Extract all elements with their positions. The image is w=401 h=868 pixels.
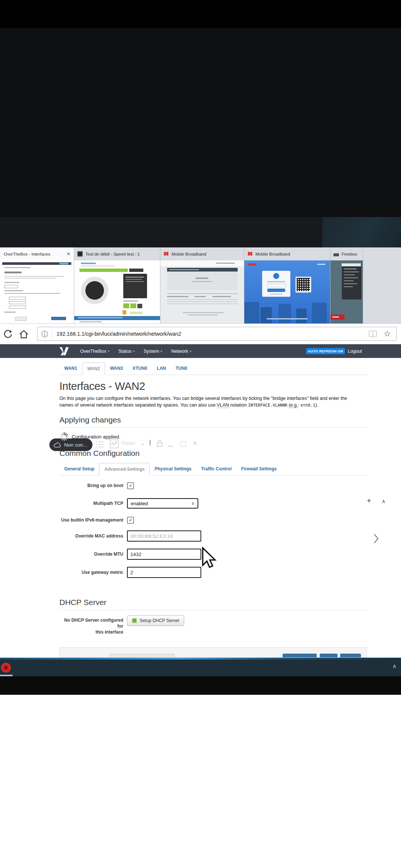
tab-wan2[interactable]: WAN2 xyxy=(82,362,105,375)
setup-dhcp-server-button[interactable]: Setup DHCP Server xyxy=(127,615,184,626)
thumb-building xyxy=(312,303,327,323)
logout-link[interactable]: Logout xyxy=(348,349,362,354)
thumb-decor xyxy=(9,306,26,309)
override-mac-input[interactable] xyxy=(127,530,201,542)
page-title: Interfaces - WAN2 xyxy=(59,380,368,392)
configuration-tabs: General Setup Advanced Settings Physical… xyxy=(59,463,368,476)
tab-traffic-control[interactable]: Traffic Control xyxy=(196,463,237,475)
tab-lan[interactable]: LAN xyxy=(152,362,171,375)
tab-overthebox[interactable]: OverTheBox - Interfaces ✕ xyxy=(0,247,74,323)
tab-speedtest[interactable]: Test de débit - Speed test : 1 xyxy=(74,247,160,323)
url-field[interactable]: 192.168.1.1/cgi-bin/luci/admin/network/n… xyxy=(37,327,397,341)
thumb-decor xyxy=(81,263,96,264)
tab-thumbnail[interactable] xyxy=(330,260,363,323)
gateway-metric-input[interactable] xyxy=(127,567,201,578)
thumb-decor xyxy=(78,317,123,318)
tab-title[interactable]: Mobile Broadband xyxy=(244,247,330,260)
thumb-decor xyxy=(273,273,279,279)
tab-wan3[interactable]: WAN3 xyxy=(105,362,128,375)
footer-button-partial[interactable] xyxy=(340,654,361,658)
tab-tun0[interactable]: TUN0 xyxy=(171,362,192,375)
huawei-favicon xyxy=(247,251,253,257)
select-value: enabled xyxy=(131,501,148,506)
tab-title[interactable]: Test de débit - Speed test : 1 xyxy=(74,247,160,260)
home-icon[interactable] xyxy=(19,329,29,339)
thumb-building xyxy=(261,307,272,323)
huawei-favicon xyxy=(163,251,169,257)
thumb-decor xyxy=(9,301,26,304)
tab-thumbnail[interactable] xyxy=(244,260,330,323)
reload-icon[interactable] xyxy=(3,329,13,339)
builtin-ipv6-checkbox[interactable]: ✓ xyxy=(127,517,134,524)
form-row-bring-up: Bring up on boot ✓ xyxy=(59,482,368,489)
status-bar-black xyxy=(0,0,401,28)
tab-title-text: Mobile Broadband xyxy=(255,252,330,256)
caret-down-icon: ▾ xyxy=(190,349,192,353)
thumb-decor xyxy=(4,282,19,283)
nav-menu-system[interactable]: System ▾ xyxy=(144,349,162,354)
tab-title[interactable]: Freebox xyxy=(330,247,363,260)
thumb-decor xyxy=(344,277,358,278)
thumb-decor xyxy=(123,300,138,302)
field-label: Multipath TCP xyxy=(59,501,127,506)
multipath-tcp-select[interactable]: enabled ∨ xyxy=(127,498,198,509)
thumb-decor xyxy=(267,281,285,282)
tab-firewall-settings[interactable]: Firewall Settings xyxy=(237,463,281,475)
thumb-decor xyxy=(167,303,238,304)
desc-line2: names of several network interfaces sepa… xyxy=(59,402,217,408)
override-mtu-input[interactable] xyxy=(127,549,201,560)
nav-menu-overthebox[interactable]: OverTheBox ▾ xyxy=(80,349,110,354)
tab-title-text: Mobile Broadband xyxy=(172,252,244,256)
thumb-decor xyxy=(188,315,218,315)
desc-text: notation xyxy=(229,402,248,408)
tab-xtun0[interactable]: XTUN0 xyxy=(128,362,152,375)
tab-wan1[interactable]: WAN1 xyxy=(59,362,82,375)
eth0-code: eth0.1 xyxy=(300,403,315,408)
thumb-decor xyxy=(129,269,143,272)
thumb-building xyxy=(244,302,259,323)
thumb-decor xyxy=(216,263,235,264)
scroll-tabs-right-button[interactable] xyxy=(373,533,379,544)
thumb-decor xyxy=(4,267,30,268)
tab-thumbnail[interactable] xyxy=(160,260,244,323)
tab-title[interactable]: OverTheBox - Interfaces ✕ xyxy=(0,247,74,260)
collapse-tabs-button[interactable]: ∧ xyxy=(382,498,385,504)
footer-button-partial[interactable] xyxy=(320,654,338,658)
bring-up-on-boot-checkbox[interactable]: ✓ xyxy=(127,482,134,489)
tab-thumbnail[interactable] xyxy=(74,260,160,323)
tab-thumbnail[interactable] xyxy=(0,260,74,323)
dhcp-note-line1: No DHCP Server configured for xyxy=(64,618,123,629)
browser-url-row: 192.168.1.1/cgi-bin/luci/admin/network/n… xyxy=(0,323,401,344)
footer-button-partial[interactable] xyxy=(110,654,175,658)
site-info-icon[interactable] xyxy=(41,331,48,338)
url-text[interactable]: 192.168.1.1/cgi-bin/luci/admin/network/n… xyxy=(56,331,181,337)
bottom-black-band xyxy=(0,676,401,695)
page-content: WAN1 WAN2 WAN3 XTUN0 LAN TUN0 Interfaces… xyxy=(59,358,368,635)
desktop-wallpaper-corner xyxy=(322,217,401,247)
thumb-decor xyxy=(296,292,309,293)
applying-changes-title: Applying changes xyxy=(59,415,368,428)
nav-menu-network[interactable]: Network ▾ xyxy=(171,349,191,354)
footer-button-partial[interactable] xyxy=(283,654,317,658)
tab-close-icon[interactable]: ✕ xyxy=(63,251,74,257)
thumb-decor xyxy=(332,316,339,318)
page-description: On this page you can configure the netwo… xyxy=(59,395,368,409)
tab-title[interactable]: Mobile Broadband xyxy=(160,247,244,260)
tab-physical-settings[interactable]: Physical Settings xyxy=(150,463,196,475)
reader-view-icon[interactable] xyxy=(369,331,377,337)
tab-general-setup[interactable]: General Setup xyxy=(59,463,99,475)
bookmark-star-icon[interactable]: ☆ xyxy=(384,330,391,338)
tab-freebox[interactable]: Freebox xyxy=(330,247,363,323)
auto-refresh-badge[interactable]: AUTO REFRESH ON xyxy=(306,348,345,354)
nav-menu-status[interactable]: Status ▾ xyxy=(118,349,135,354)
empty-dark-area xyxy=(0,28,401,217)
desc-line1: On this page you can configure the netwo… xyxy=(59,396,347,401)
tab-mobile-broadband-2[interactable]: Mobile Broadband xyxy=(244,247,330,323)
thumb-decor xyxy=(137,304,142,308)
tab-mobile-broadband-1[interactable]: Mobile Broadband xyxy=(160,247,244,323)
taskbar-tray-expand-icon[interactable]: ∧ xyxy=(392,663,397,670)
thumb-qr-code xyxy=(296,277,311,292)
thumb-decor xyxy=(167,272,238,290)
tab-advanced-settings[interactable]: Advanced Settings xyxy=(99,463,150,476)
taskbar-app-icon[interactable] xyxy=(1,663,11,673)
